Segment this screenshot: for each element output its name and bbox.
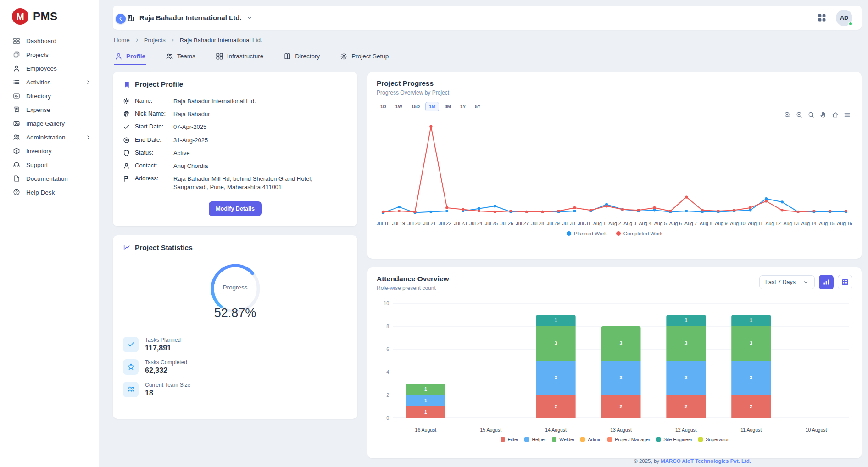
- gauge-value: 52.87%: [123, 306, 347, 320]
- stat-icon-tile: [123, 382, 139, 397]
- card-title: Project Statistics: [123, 244, 347, 252]
- select-value: Last 7 Days: [765, 279, 796, 285]
- sidebar-item-dashboard[interactable]: Dashboard: [0, 34, 99, 48]
- profile-icon: [115, 52, 122, 60]
- range-1y[interactable]: 1Y: [456, 102, 469, 111]
- card-title-text: Project Progress: [377, 79, 434, 88]
- x-axis-label: Aug 7: [684, 221, 697, 226]
- line-chart-svg[interactable]: [377, 114, 852, 220]
- card-title: Attendance Overview: [377, 275, 449, 283]
- svg-text:1: 1: [750, 317, 752, 323]
- chart-view-toggle[interactable]: [819, 275, 834, 289]
- sidebar-item-image-gallery[interactable]: Image Gallery: [0, 117, 99, 130]
- selection-zoom-icon[interactable]: [808, 111, 815, 118]
- tab-directory[interactable]: Directory: [283, 50, 321, 65]
- stat-label: Tasks Planned: [145, 337, 181, 343]
- apps-grid-icon[interactable]: [817, 13, 827, 22]
- field-label: End Date:: [135, 136, 168, 143]
- sidebar-item-administration[interactable]: Administration: [0, 130, 99, 144]
- sidebar-item-employees[interactable]: Employees: [0, 61, 99, 75]
- sidebar-item-projects[interactable]: Projects: [0, 48, 99, 61]
- chevron-right-icon: [170, 37, 176, 43]
- x-axis-label: Jul 28: [531, 221, 544, 226]
- image-icon: [13, 120, 20, 127]
- bar-chart-svg[interactable]: 0246810111233123323312331: [377, 298, 852, 427]
- sidebar-item-activities[interactable]: Activities: [0, 75, 99, 89]
- legend-item[interactable]: Admin: [580, 437, 601, 442]
- zoom-out-icon[interactable]: [796, 111, 803, 118]
- tab-project-setup[interactable]: Project Setup: [339, 50, 389, 65]
- stat-value: 62,332: [145, 367, 187, 375]
- range-5y[interactable]: 5Y: [471, 102, 484, 111]
- x-axis-label: 10 August: [784, 427, 849, 433]
- legend-item[interactable]: Supervisor: [698, 437, 729, 442]
- legend-item[interactable]: Completed Work: [616, 231, 662, 236]
- x-axis-label: 15 August: [458, 427, 523, 433]
- table-view-toggle[interactable]: [838, 275, 852, 289]
- pan-icon[interactable]: [820, 111, 827, 118]
- flag-icon: [123, 175, 130, 182]
- field-label: Contact:: [135, 162, 168, 169]
- company-selector[interactable]: Raja Bahadur International Ltd.: [127, 14, 253, 22]
- gear-icon: [340, 52, 348, 60]
- app-logo[interactable]: M PMS: [0, 0, 99, 32]
- legend-swatch: [656, 437, 661, 442]
- tab-label: Teams: [177, 53, 195, 60]
- legend-item[interactable]: Welder: [552, 437, 574, 442]
- sidebar-item-help-desk[interactable]: Help Desk: [0, 185, 99, 199]
- home-icon[interactable]: [832, 111, 839, 118]
- receipt-icon: [13, 106, 20, 113]
- date-range-select[interactable]: Last 7 Days: [759, 275, 815, 289]
- x-axis-label: Aug 10: [730, 221, 745, 226]
- zoom-in-icon[interactable]: [784, 111, 791, 118]
- legend-item[interactable]: Project Manager: [607, 437, 650, 442]
- topbar-right: AD: [817, 10, 852, 26]
- stat-label: Current Team Size: [145, 382, 190, 388]
- range-1m[interactable]: 1M: [425, 102, 439, 111]
- legend-item[interactable]: Helper: [524, 437, 546, 442]
- range-1d[interactable]: 1D: [377, 102, 390, 111]
- legend-item[interactable]: Site Engineer: [656, 437, 692, 442]
- breadcrumb-item[interactable]: Projects: [144, 37, 166, 44]
- sidebar-collapse-button[interactable]: [116, 14, 126, 24]
- sidebar-item-support[interactable]: Support: [0, 158, 99, 172]
- breadcrumb-item[interactable]: Home: [114, 37, 130, 44]
- user-icon: [13, 65, 20, 72]
- stat-icon-tile: [123, 359, 139, 375]
- main-content: Raja Bahadur International Ltd. AD HomeP…: [99, 0, 868, 467]
- modify-details-button[interactable]: Modify Details: [209, 201, 262, 216]
- menu-icon[interactable]: [844, 111, 851, 118]
- logo-text: PMS: [33, 10, 58, 23]
- x-axis-label: Jul 21: [423, 221, 436, 226]
- card-title: Project Profile: [123, 80, 347, 89]
- field-label: Address:: [135, 175, 168, 182]
- legend-item[interactable]: Planned Work: [567, 231, 607, 236]
- bar-chart-icon: [823, 278, 830, 286]
- breadcrumb-item[interactable]: Raja Bahadur International Ltd.: [180, 37, 262, 44]
- legend-label: Welder: [559, 437, 574, 442]
- sidebar-item-expense[interactable]: Expense: [0, 103, 99, 117]
- attendance-chart[interactable]: 0246810111233123323312331 16 August15 Au…: [377, 298, 852, 442]
- sidebar-item-documentation[interactable]: Documentation: [0, 172, 99, 185]
- sidebar-item-label: Image Gallery: [26, 120, 65, 127]
- sidebar-item-directory[interactable]: Directory: [0, 89, 99, 103]
- tab-infrastructure[interactable]: Infrastructure: [215, 50, 265, 65]
- sidebar-item-label: Employees: [26, 65, 57, 72]
- tab-teams[interactable]: Teams: [165, 50, 196, 65]
- legend-swatch: [698, 437, 703, 442]
- profile-field-name: Name:Raja Bahadur International Ltd.: [123, 95, 347, 108]
- footer-link[interactable]: MARCO AIoT Technologies Pvt. Ltd.: [661, 458, 751, 464]
- avatar[interactable]: AD: [836, 10, 852, 26]
- range-1w[interactable]: 1W: [392, 102, 406, 111]
- range-3m[interactable]: 3M: [441, 102, 455, 111]
- tab-profile[interactable]: Profile: [114, 50, 146, 65]
- svg-text:6: 6: [386, 346, 389, 352]
- sidebar-item-inventory[interactable]: Inventory: [0, 144, 99, 158]
- legend-item[interactable]: Fitter: [501, 437, 519, 442]
- footer: © 2025, by MARCO AIoT Technologies Pvt. …: [634, 458, 751, 464]
- team-icon: [127, 385, 135, 393]
- chart-toolbar: [784, 111, 851, 118]
- range-15d[interactable]: 15D: [408, 102, 423, 111]
- project-progress-chart[interactable]: Jul 18Jul 19Jul 20Jul 21Jul 22Jul 23Jul …: [377, 114, 852, 236]
- svg-text:1: 1: [684, 317, 687, 323]
